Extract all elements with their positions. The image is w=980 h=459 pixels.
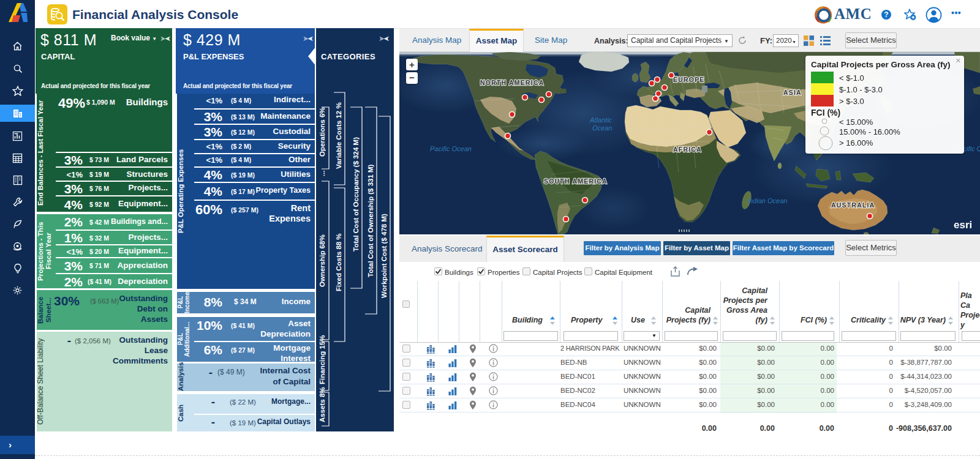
- svg-text:ASIA: ASIA: [783, 89, 802, 96]
- svg-text:Atlantic: Atlantic: [589, 116, 612, 124]
- svg-text:AUSTRALIA: AUSTRALIA: [831, 201, 875, 209]
- svg-text:Indian Ocean: Indian Ocean: [747, 197, 787, 204]
- svg-text:NORTH AMERICA: NORTH AMERICA: [480, 79, 544, 86]
- svg-text:Ocean: Ocean: [592, 124, 612, 132]
- svg-text:EUROPE: EUROPE: [673, 76, 705, 83]
- svg-text:AFRICA: AFRICA: [673, 146, 702, 153]
- svg-text:Pacific Ocean: Pacific Ocean: [430, 145, 472, 152]
- svg-text:SOUTH AMERICA: SOUTH AMERICA: [544, 177, 608, 185]
- svg-text:esri: esri: [954, 219, 972, 231]
